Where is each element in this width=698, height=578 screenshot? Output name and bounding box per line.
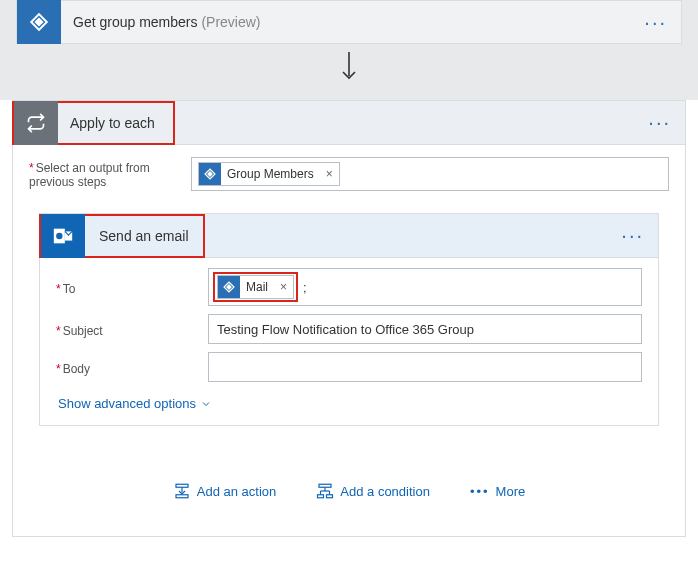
azure-ad-icon bbox=[17, 0, 61, 44]
show-advanced-options-link[interactable]: Show advanced options bbox=[56, 390, 212, 411]
more-label: More bbox=[496, 484, 526, 499]
chevron-down-icon bbox=[200, 398, 212, 410]
subject-input[interactable] bbox=[208, 314, 642, 344]
to-label: To bbox=[56, 278, 196, 296]
preview-label: (Preview) bbox=[201, 14, 260, 30]
select-output-label: Select an output from previous steps bbox=[29, 157, 179, 189]
highlight-send-email: Send an email bbox=[39, 214, 205, 258]
footer-actions: Add an action Add a condition • bbox=[29, 426, 669, 514]
add-action-button[interactable]: Add an action bbox=[173, 482, 277, 500]
apply-to-each-header[interactable]: Apply to each ··· bbox=[13, 101, 685, 145]
token-remove-button[interactable]: × bbox=[320, 167, 339, 181]
send-email-title: Send an email bbox=[85, 228, 203, 244]
body-input[interactable] bbox=[208, 352, 642, 382]
send-email-header[interactable]: Send an email ··· bbox=[40, 214, 658, 258]
token-label: Group Members bbox=[221, 167, 320, 181]
body-row: Body bbox=[56, 352, 642, 382]
add-action-label: Add an action bbox=[197, 484, 277, 499]
step-get-group-members-container: Get group members (Preview) ··· bbox=[0, 0, 698, 100]
apply-to-each-container: Apply to each ··· Select an output from … bbox=[12, 100, 686, 537]
apply-to-each-title: Apply to each bbox=[58, 115, 173, 131]
svg-rect-21 bbox=[318, 495, 324, 498]
outlook-icon bbox=[41, 214, 85, 258]
highlight-apply-to-each: Apply to each bbox=[12, 101, 175, 145]
step-get-group-members[interactable]: Get group members (Preview) ··· bbox=[16, 0, 682, 44]
to-row: To Mail × ; bbox=[56, 268, 642, 306]
svg-rect-16 bbox=[319, 484, 331, 487]
apply-to-each-menu-button[interactable]: ··· bbox=[634, 111, 685, 134]
loop-icon bbox=[14, 101, 58, 145]
step-menu-button[interactable]: ··· bbox=[630, 11, 681, 34]
highlight-mail-token: Mail × bbox=[213, 272, 298, 302]
svg-rect-15 bbox=[176, 495, 188, 498]
add-condition-button[interactable]: Add a condition bbox=[316, 482, 430, 500]
azure-ad-icon bbox=[218, 276, 240, 298]
select-output-input[interactable]: Group Members × bbox=[191, 157, 669, 191]
advanced-label: Show advanced options bbox=[58, 396, 196, 411]
body-label: Body bbox=[56, 358, 196, 376]
to-input[interactable]: Mail × ; bbox=[208, 268, 642, 306]
svg-rect-13 bbox=[176, 484, 188, 487]
to-trailing: ; bbox=[302, 280, 307, 295]
token-mail[interactable]: Mail × bbox=[217, 275, 294, 299]
svg-rect-22 bbox=[327, 495, 333, 498]
send-email-menu-button[interactable]: ··· bbox=[607, 224, 658, 247]
step-send-email: Send an email ··· To bbox=[39, 213, 659, 426]
azure-ad-icon bbox=[199, 163, 221, 185]
step-title-text: Get group members bbox=[73, 14, 198, 30]
more-dots-icon: ••• bbox=[470, 484, 490, 499]
token-remove-button[interactable]: × bbox=[274, 280, 293, 294]
subject-row: Subject bbox=[56, 314, 642, 344]
select-output-row: Select an output from previous steps Gro… bbox=[29, 157, 669, 191]
connector-arrow bbox=[16, 44, 682, 84]
add-condition-label: Add a condition bbox=[340, 484, 430, 499]
more-button[interactable]: ••• More bbox=[470, 482, 525, 500]
svg-point-8 bbox=[56, 232, 62, 238]
token-label: Mail bbox=[240, 280, 274, 294]
add-action-icon bbox=[173, 482, 191, 500]
subject-label: Subject bbox=[56, 320, 196, 338]
token-group-members[interactable]: Group Members × bbox=[198, 162, 340, 186]
step-title: Get group members (Preview) bbox=[61, 14, 630, 30]
add-condition-icon bbox=[316, 482, 334, 500]
